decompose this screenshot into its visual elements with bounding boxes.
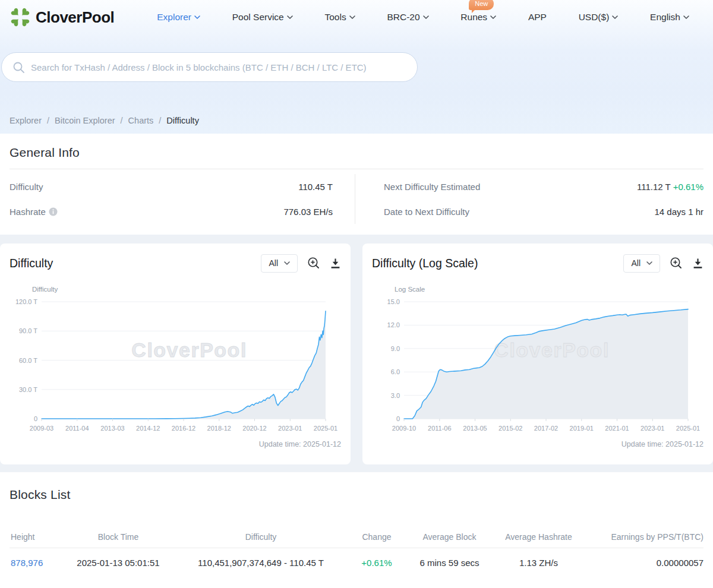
nav-item-label: Runes [460, 12, 487, 23]
svg-text:2013-05: 2013-05 [463, 425, 487, 432]
search-icon [12, 61, 25, 74]
svg-text:2011-06: 2011-06 [428, 425, 452, 432]
blocks-table: HeightBlock TimeDifficultyChangeAverage … [10, 526, 703, 577]
info-row-next-difficulty-estimated: Next Difficulty Estimated111.12 T+0.61% [384, 174, 703, 199]
nav-item-label: Tools [324, 12, 346, 23]
chevron-down-icon [683, 15, 689, 19]
breadcrumb-separator: / [159, 116, 161, 125]
column-header-average-block: Average Block [406, 532, 493, 542]
nav-item-runes[interactable]: RunesNew [460, 12, 496, 23]
zoom-in-button[interactable] [307, 257, 320, 270]
nav-item-tools[interactable]: Tools [324, 12, 355, 23]
breadcrumb-current: Difficulty [166, 116, 199, 125]
svg-text:2009-03: 2009-03 [30, 425, 53, 432]
breadcrumb-separator: / [121, 116, 123, 125]
chart-axis-title: Log Scale [395, 286, 703, 293]
brand-logo[interactable]: CloverPool [10, 7, 114, 28]
chevron-down-icon [423, 15, 429, 19]
breadcrumb-separator: / [47, 116, 49, 125]
nav-item-brc-20[interactable]: BRC-20 [387, 12, 428, 23]
download-button[interactable] [330, 258, 341, 269]
svg-text:2019-01: 2019-01 [570, 425, 594, 432]
svg-text:120.0 T: 120.0 T [15, 298, 37, 305]
download-button[interactable] [692, 258, 703, 269]
nav-item-english[interactable]: English [650, 12, 689, 23]
search-bar[interactable] [1, 52, 418, 82]
column-header-average-hashrate: Average Hashrate [493, 532, 585, 542]
svg-text:2023-01: 2023-01 [278, 425, 302, 432]
svg-text:2016-12: 2016-12 [172, 425, 195, 432]
column-header-block-time: Block Time [62, 532, 175, 542]
breadcrumb-link-bitcoin-explorer[interactable]: Bitcoin Explorer [55, 116, 115, 125]
chart-range-select[interactable]: All [623, 254, 660, 273]
general-info-right-column: Next Difficulty Estimated111.12 T+0.61%D… [355, 174, 703, 224]
zoom-in-button[interactable] [670, 257, 683, 270]
chart-tools: All [261, 254, 341, 273]
breadcrumb-link-charts[interactable]: Charts [128, 116, 154, 125]
column-header-difficulty: Difficulty [175, 532, 347, 542]
info-change-positive: +0.61% [673, 182, 703, 192]
svg-text:9.0: 9.0 [391, 345, 400, 352]
svg-text:12.0: 12.0 [387, 321, 400, 328]
info-value: 776.03 EH/s [283, 207, 333, 217]
nav-item-label: English [650, 12, 680, 23]
svg-text:3.0: 3.0 [391, 392, 400, 399]
svg-text:CloverPool: CloverPool [494, 339, 609, 361]
nav-item-label: APP [528, 12, 547, 23]
svg-text:2025-01: 2025-01 [676, 425, 700, 432]
nav-item-explorer[interactable]: Explorer [157, 12, 200, 23]
info-row-difficulty: Difficulty110.45 T [10, 174, 333, 199]
difficulty-cell: 110,451,907,374,649 - 110.45 T [175, 558, 347, 568]
svg-text:2009-10: 2009-10 [392, 425, 416, 432]
svg-text:15.0: 15.0 [387, 298, 400, 305]
chevron-down-icon [490, 15, 496, 19]
nav-item-label: Explorer [157, 12, 191, 23]
zoom-in-icon [670, 257, 683, 270]
general-info-section: General Info Difficulty110.45 THashrate7… [0, 134, 713, 235]
info-label: Next Difficulty Estimated [384, 182, 480, 192]
svg-text:2018-12: 2018-12 [207, 425, 231, 432]
block-height-link[interactable]: 878,976 [10, 558, 62, 568]
table-header-row: HeightBlock TimeDifficultyChangeAverage … [10, 526, 703, 548]
svg-text:2023-01: 2023-01 [641, 425, 664, 432]
earnings-cell: 0.00000057 [585, 558, 703, 568]
brand-name: CloverPool [36, 8, 114, 27]
table-row: 878,9762025-01-13 05:01:51110,451,907,37… [10, 548, 703, 577]
block-time-cell: 2025-01-13 05:01:51 [62, 558, 175, 568]
breadcrumb-link-explorer[interactable]: Explorer [10, 116, 42, 125]
blocks-list-section: Blocks List HeightBlock TimeDifficultyCh… [0, 472, 713, 577]
blocks-list-title: Blocks List [10, 488, 703, 502]
info-icon[interactable] [49, 207, 58, 216]
average-hashrate-cell: 1.13 ZH/s [493, 558, 585, 568]
zoom-in-icon [307, 257, 320, 270]
info-label: Difficulty [10, 182, 43, 192]
chart-card-header: DifficultyAll [10, 253, 341, 273]
chart-card-header: Difficulty (Log Scale)All [372, 253, 703, 273]
chevron-down-icon [349, 15, 355, 19]
search-section [0, 34, 713, 82]
chart-title: Difficulty [10, 257, 53, 270]
nav-item-pool-service[interactable]: Pool Service [232, 12, 293, 23]
chart-range-value: All [631, 258, 641, 268]
chart-card-difficulty: DifficultyAllDifficulty030.0 T60.0 T90.0… [0, 244, 351, 464]
search-input[interactable] [31, 62, 406, 72]
download-icon [330, 258, 341, 269]
chart-plot-difficulty-log-scale: 03.06.09.012.015.0CloverPool2009-102011-… [372, 293, 703, 434]
svg-text:0: 0 [396, 415, 400, 422]
svg-text:6.0: 6.0 [391, 368, 400, 375]
general-info-left-column: Difficulty110.45 THashrate776.03 EH/s [10, 174, 355, 224]
breadcrumb: Explorer/Bitcoin Explorer/Charts/Difficu… [0, 116, 713, 134]
nav-item-usd[interactable]: USD($) [579, 12, 619, 23]
nav-item-app[interactable]: APP [528, 12, 547, 23]
general-info-grid: Difficulty110.45 THashrate776.03 EH/s Ne… [10, 174, 703, 224]
chart-update-time: Update time: 2025-01-12 [372, 440, 703, 448]
charts-section: DifficultyAllDifficulty030.0 T60.0 T90.0… [0, 235, 713, 472]
info-value: 14 days 1 hr [654, 207, 703, 217]
info-value: 111.12 T+0.61% [637, 182, 703, 192]
average-block-cell: 6 mins 59 secs [406, 558, 493, 568]
column-header-earnings-by-pps-t-btc: Earnings by PPS/T(BTC) [585, 532, 703, 542]
svg-text:2020-12: 2020-12 [242, 425, 266, 432]
chart-range-select[interactable]: All [261, 254, 298, 273]
general-info-title: General Info [10, 146, 703, 160]
svg-text:2015-02: 2015-02 [499, 425, 522, 432]
